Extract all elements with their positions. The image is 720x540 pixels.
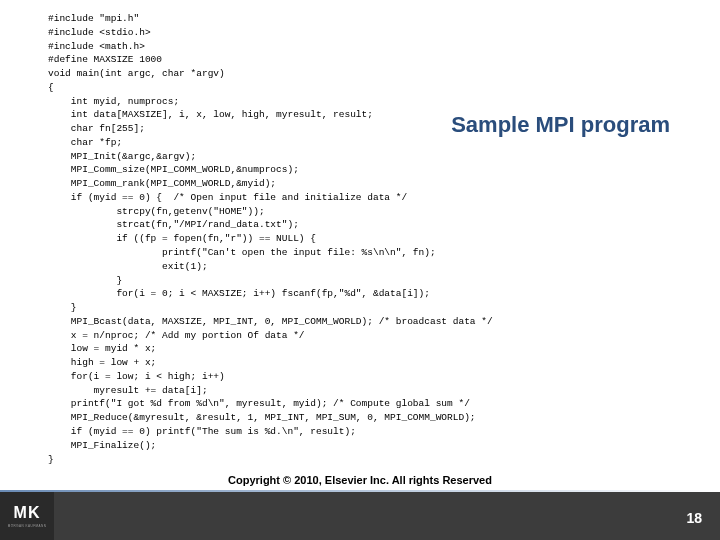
content-area: #include "mpi.h" #include <stdio.h> #inc… — [48, 12, 700, 480]
code-block: #include "mpi.h" #include <stdio.h> #inc… — [48, 12, 700, 466]
page-number: 18 — [686, 510, 702, 526]
logo-subtext: MORGAN KAUFMANN — [8, 524, 47, 528]
slide-container: #include "mpi.h" #include <stdio.h> #inc… — [0, 0, 720, 540]
copyright-bar: Copyright © 2010, Elsevier Inc. All righ… — [0, 468, 720, 492]
footer: MK MORGAN KAUFMANN 18 — [0, 492, 720, 540]
slide-title: Sample MPI program — [451, 112, 670, 138]
publisher-logo: MK MORGAN KAUFMANN — [0, 492, 54, 540]
logo-text: MK — [14, 504, 41, 522]
copyright-text: Copyright © 2010, Elsevier Inc. All righ… — [228, 474, 492, 486]
